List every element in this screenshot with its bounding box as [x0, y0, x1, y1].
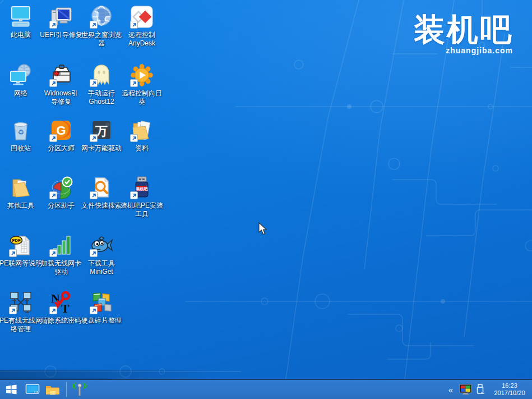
- toolbox-icon: [49, 63, 73, 88]
- pdf-document-icon: PDF: [8, 233, 33, 258]
- desktop-icon-wireless-driver-loader[interactable]: 加载无线网卡 驱动: [41, 233, 81, 276]
- desktop-icon-this-pc[interactable]: 此电脑: [1, 4, 41, 39]
- shortcut-arrow-icon: [90, 21, 98, 29]
- partition-pie-icon: [49, 175, 73, 200]
- globe-browser-icon: [89, 4, 114, 29]
- shortcut-arrow-icon: [130, 79, 138, 87]
- desktop-icon-pe-network-manager[interactable]: PE有线无线网 络管理: [1, 290, 41, 333]
- shortcut-arrow-icon: [49, 79, 57, 87]
- desktop-icon-miniget[interactable]: 下载工具 MiniGet: [81, 233, 122, 276]
- desktop-icon-nic-universal-driver[interactable]: 万 网卡万能驱动: [81, 118, 122, 153]
- uefi-boot-repair-icon: [49, 4, 73, 29]
- shortcut-arrow-icon: [90, 191, 98, 199]
- icon-label: 远程控制 AnyDesk: [117, 31, 167, 48]
- desktop-wallpaper: 装机吧 zhuangjiba.com 此电脑: [0, 0, 532, 399]
- taskbar-separator: [66, 382, 67, 397]
- usb-installer-icon: 装机吧: [129, 175, 154, 200]
- tray-expand-button[interactable]: «: [445, 386, 457, 394]
- shortcut-arrow-icon: [49, 191, 57, 199]
- shortcut-arrow-icon: [130, 191, 138, 199]
- svg-text:PDF: PDF: [12, 238, 21, 243]
- desktop-icon-other-tools[interactable]: 其他工具: [1, 175, 41, 210]
- shortcut-arrow-icon: [90, 134, 98, 142]
- shortcut-arrow-icon: [90, 79, 98, 87]
- taskbar-wireless-tool-button[interactable]: [69, 380, 90, 399]
- shortcut-arrow-icon: [49, 134, 57, 142]
- icon-label: 远程控制向日 葵: [117, 89, 167, 106]
- recycle-bin-icon: ♻: [8, 118, 33, 143]
- start-button[interactable]: [0, 380, 22, 399]
- svg-text:G: G: [56, 123, 66, 137]
- file-search-icon: [89, 175, 114, 200]
- desktop-icon-zhuangjiba-pe-installer[interactable]: 装机吧 装机吧PE安装 工具: [122, 175, 162, 218]
- desktop-icon-ghost12[interactable]: 手动运行 Ghost12: [81, 63, 122, 106]
- clock-date: 2017/10/20: [492, 389, 528, 397]
- taskbar: « 16:23 2017/10/20: [0, 379, 532, 399]
- antenna-icon: [71, 382, 88, 397]
- shortcut-arrow-icon: [90, 306, 98, 314]
- color-monitor-icon: [459, 384, 472, 396]
- tray-display-settings[interactable]: [457, 380, 474, 399]
- desktop-icon-network[interactable]: 网络: [1, 63, 41, 98]
- diskgenius-icon: G: [49, 118, 73, 143]
- icon-label: 资料: [117, 144, 167, 153]
- shortcut-arrow-icon: [130, 21, 138, 29]
- brand-logo: 装机吧 zhuangjiba.com: [414, 13, 513, 55]
- desktop-icon-windows-boot-repair[interactable]: Widnows引 导修复: [41, 63, 81, 106]
- taskbar-display-button[interactable]: [22, 380, 43, 399]
- svg-text:装机吧: 装机吧: [136, 187, 149, 191]
- taskbar-explorer-button[interactable]: [43, 380, 63, 399]
- desktop-icon-partition-assistant[interactable]: 分区助手: [41, 175, 81, 210]
- anydesk-icon: [129, 4, 154, 29]
- desktop-icon-theworld-browser[interactable]: 世界之窗浏览 器: [81, 4, 122, 48]
- shortcut-arrow-icon: [49, 21, 57, 29]
- desktop-icon-partition-master[interactable]: G 分区大师: [41, 118, 81, 153]
- desktop-icon-documents[interactable]: 资料: [122, 118, 162, 153]
- network-topology-icon: [8, 290, 33, 315]
- svg-text:T: T: [61, 301, 70, 315]
- fish-icon: [89, 233, 114, 258]
- signal-bars-icon: [49, 233, 73, 258]
- shortcut-arrow-icon: [130, 134, 138, 142]
- svg-text:♻: ♻: [17, 128, 24, 136]
- shortcut-arrow-icon: [49, 249, 57, 257]
- desktop-icon-disk-defrag[interactable]: 硬盘碎片整理: [81, 290, 122, 325]
- desktop-icon-anydesk-remote[interactable]: 远程控制 AnyDesk: [122, 4, 162, 48]
- this-pc-icon: [8, 4, 33, 29]
- icon-label: 下载工具 MiniGet: [76, 259, 127, 276]
- desktop-icon-recycle-bin[interactable]: ♻ 回收站: [1, 118, 41, 153]
- file-explorer-icon: [45, 384, 60, 396]
- documents-folder-icon: [129, 118, 154, 143]
- defrag-cubes-icon: [89, 290, 114, 315]
- desktop-icon-uefi-boot-repair[interactable]: UEFI引导修复: [41, 4, 81, 39]
- desktop-icon-pe-network-guide[interactable]: PDF PE联网等说明: [1, 233, 41, 268]
- display-monitor-icon: [25, 383, 40, 396]
- clock-time: 16:23: [492, 382, 528, 389]
- brand-title: 装机吧: [414, 13, 513, 46]
- windows-logo-icon: [4, 383, 18, 396]
- shortcut-arrow-icon: [90, 249, 98, 257]
- usb-device-icon: [476, 383, 485, 396]
- desktop-icon-sunflower-remote[interactable]: 远程控制向日 葵: [122, 63, 162, 106]
- shortcut-arrow-icon: [9, 306, 17, 314]
- ghost-icon: [89, 63, 114, 88]
- mouse-cursor: [258, 222, 267, 238]
- icon-label: 硬盘碎片整理: [76, 317, 127, 325]
- tray-clock[interactable]: 16:23 2017/10/20: [492, 382, 528, 397]
- shortcut-arrow-icon: [9, 249, 17, 257]
- tray-usb-eject[interactable]: [474, 380, 487, 399]
- open-folder-icon: [8, 175, 33, 200]
- nt-password-key-icon: N T: [49, 290, 73, 315]
- brand-domain: zhuangjiba.com: [414, 46, 513, 55]
- icon-label: 装机吧PE安装 工具: [117, 201, 167, 218]
- wan-driver-icon: 万: [89, 118, 114, 143]
- desktop-icon-clear-password[interactable]: N T 清除系统密码: [41, 290, 81, 325]
- shortcut-arrow-icon: [49, 306, 57, 314]
- network-icon: [8, 63, 33, 88]
- desktop-icon-file-quick-search[interactable]: 文件快速搜索: [81, 175, 122, 210]
- sunflower-icon: [129, 63, 154, 88]
